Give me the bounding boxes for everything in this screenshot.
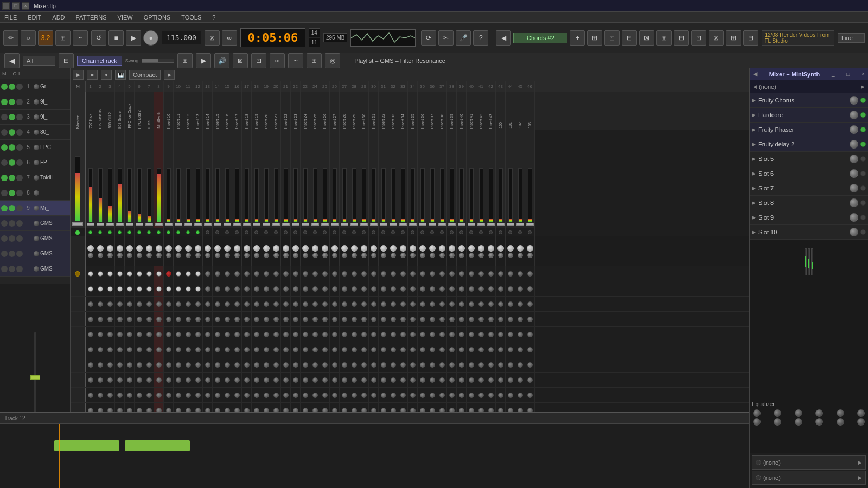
seq-cell-r0-c17[interactable]	[252, 266, 261, 281]
knob2-9[interactable]	[166, 253, 171, 258]
seq-cell-r8-c22[interactable]	[301, 388, 310, 402]
ch-vol-4[interactable]	[34, 130, 39, 135]
audio-btn[interactable]: 🔊	[214, 53, 229, 68]
fader-thumb-40[interactable]	[468, 223, 475, 226]
send-dot-33[interactable]	[401, 230, 405, 234]
ch-vol-12[interactable]	[34, 251, 39, 256]
fader-thumb-33[interactable]	[399, 223, 407, 226]
fader-cell-21[interactable]	[281, 130, 291, 228]
seq-cell-r6-c5[interactable]	[135, 357, 144, 372]
seq-cell-r2-c39[interactable]	[467, 297, 476, 311]
ch-vol-1[interactable]	[34, 84, 39, 89]
ch-name-col-24[interactable]: Insert 25	[310, 92, 320, 130]
seq-cell-r3-c3[interactable]	[115, 312, 125, 326]
send-dot-44[interactable]	[508, 230, 512, 234]
send-dot-22[interactable]	[293, 230, 297, 234]
seq-cell-r0-c29[interactable]	[369, 266, 379, 281]
seq-cell-r1-c42[interactable]	[496, 281, 506, 296]
fader-thumb-34[interactable]	[409, 223, 417, 226]
fx-power-phaser[interactable]	[860, 127, 866, 132]
view-all[interactable]: All	[23, 56, 55, 66]
send-dot-38[interactable]	[450, 230, 454, 234]
seq-cell-r3-c40[interactable]	[476, 312, 486, 326]
seq-cell-r0-c27[interactable]	[349, 266, 359, 281]
close-btn[interactable]: ×	[22, 2, 29, 10]
seq-cell-r6-c18[interactable]	[261, 357, 271, 372]
fader-thumb-43[interactable]	[497, 223, 505, 226]
seq-cell-r3-c19[interactable]	[271, 312, 281, 326]
knob2-31[interactable]	[381, 253, 386, 258]
seq-cell-r8-c34[interactable]	[418, 388, 427, 402]
seq-cell-r2-c4[interactable]	[125, 297, 135, 311]
seq-cell-r3-c17[interactable]	[252, 312, 261, 326]
knob2-30[interactable]	[371, 253, 376, 258]
ch-solo-7[interactable]	[16, 175, 23, 181]
seq-cell-r6-c0[interactable]	[86, 357, 95, 372]
seq-cell-r3-c25[interactable]	[330, 312, 340, 326]
ch-active-12[interactable]	[1, 251, 8, 257]
pan-knob-6[interactable]	[136, 245, 143, 252]
fx-knob-chorus[interactable]	[850, 96, 858, 105]
pattern-zoom[interactable]: ⊞	[726, 30, 741, 46]
seq-cell-r2-c12[interactable]	[203, 297, 213, 311]
cut-btn[interactable]: ✂	[438, 30, 454, 46]
pan-knob-25[interactable]	[322, 245, 328, 252]
pan-knob-45[interactable]	[517, 245, 524, 252]
seq-cell-r2-c33[interactable]	[408, 297, 418, 311]
fx-knob-delay[interactable]	[850, 140, 858, 149]
knob2-39[interactable]	[459, 253, 464, 258]
seq-cell-r4-c28[interactable]	[359, 327, 369, 342]
send-dot-21[interactable]	[284, 230, 288, 234]
seq-cell-r3-c34[interactable]	[418, 312, 427, 326]
fader-cell-25[interactable]	[320, 130, 330, 228]
seq-cell-r7-c0[interactable]	[86, 373, 95, 387]
fader-thumb-45[interactable]	[516, 223, 524, 226]
seq-cell-r1-c38[interactable]	[457, 281, 467, 296]
seq-cell-r3-c21[interactable]	[291, 312, 301, 326]
ch-name-col-15[interactable]: Insert 16	[222, 92, 232, 130]
stop-btn[interactable]: ■	[108, 30, 124, 46]
seq-cell-r1-c25[interactable]	[330, 281, 340, 296]
knob2-35[interactable]	[420, 253, 425, 258]
ch-name-col-10[interactable]: Insert 11	[174, 92, 183, 130]
seq-cell-r5-c4[interactable]	[125, 342, 135, 357]
fader-cell-45[interactable]	[515, 130, 525, 228]
fader-thumb-1[interactable]	[87, 223, 94, 226]
seq-cell-r8-c26[interactable]	[340, 388, 349, 402]
seq-cell-r2-c8[interactable]	[164, 297, 174, 311]
send-dot-29[interactable]	[362, 230, 366, 234]
seq-cell-r6-c26[interactable]	[340, 357, 349, 372]
seq-cell-r5-c28[interactable]	[359, 342, 369, 357]
seq-cell-r4-c22[interactable]	[301, 327, 310, 342]
menu-edit[interactable]: EDIT	[25, 14, 43, 21]
seq-cell-r7-c20[interactable]	[281, 373, 291, 387]
menu-add[interactable]: ADD	[50, 14, 67, 21]
seq-cell-r7-c14[interactable]	[222, 373, 232, 387]
seq-cell-r6-c14[interactable]	[222, 357, 232, 372]
seq-cell-r8-c16[interactable]	[242, 388, 252, 402]
ch-name-col-35[interactable]: Insert 36	[418, 92, 427, 130]
seq-cell-r4-c29[interactable]	[369, 327, 379, 342]
seq-cell-r6-c11[interactable]	[193, 357, 203, 372]
seq-cell-r4-c26[interactable]	[340, 327, 349, 342]
menu-view[interactable]: VIEW	[116, 14, 135, 21]
ch-mute-13[interactable]	[9, 266, 15, 272]
seq-cell-r1-c40[interactable]	[476, 281, 486, 296]
send-dot-19[interactable]	[264, 230, 268, 234]
send-dot-5[interactable]	[127, 230, 131, 234]
seq-cell-r5-c30[interactable]	[379, 342, 388, 357]
seq-cell-r0-c24[interactable]	[320, 266, 330, 281]
fader-cell-1[interactable]	[86, 130, 95, 228]
knob2-32[interactable]	[391, 253, 396, 258]
seq-cell-r6-c36[interactable]	[437, 357, 447, 372]
fader-cell-15[interactable]	[222, 130, 232, 228]
seq-cell-r2-c44[interactable]	[515, 297, 525, 311]
record-btn[interactable]: ●	[143, 30, 158, 46]
send-dot-41[interactable]	[479, 230, 483, 234]
seq-cell-r2-c42[interactable]	[496, 297, 506, 311]
ch-active-4[interactable]	[1, 129, 8, 136]
seq-cell-r3-c31[interactable]	[388, 312, 398, 326]
seq-cell-r7-c32[interactable]	[398, 373, 408, 387]
pan-knob-46[interactable]	[527, 245, 533, 252]
seq-cell-r5-c3[interactable]	[115, 342, 125, 357]
